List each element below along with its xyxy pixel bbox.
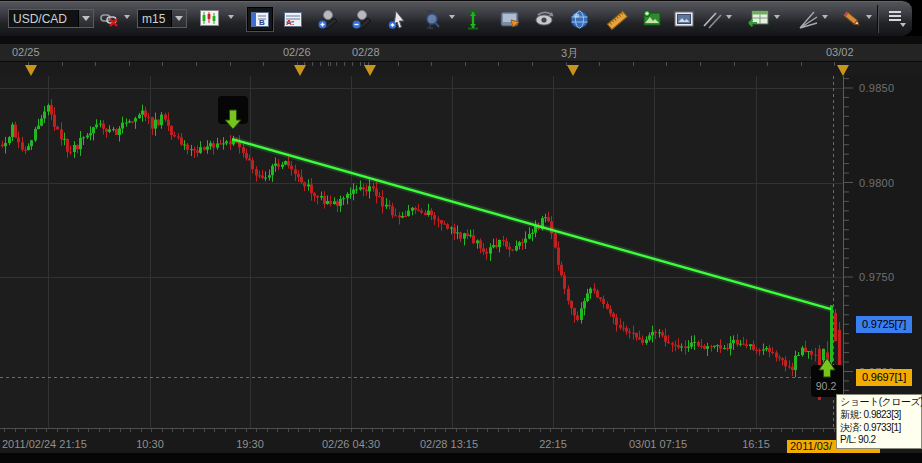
price-axis-label: 0.9750	[859, 271, 894, 283]
toolbar-gap	[0, 36, 922, 44]
symbol-select[interactable]: USD/CAD	[8, 9, 94, 28]
time-axis-label: 22:15	[539, 438, 567, 450]
parallel-lines-caret[interactable]	[726, 15, 732, 19]
order-list-caret[interactable]	[774, 15, 780, 19]
session-ruler	[0, 61, 922, 76]
zoom-range-caret[interactable]	[449, 15, 455, 19]
link-chart-caret[interactable]	[124, 15, 130, 19]
price-axis[interactable]: 0.98500.98000.97500.97000.9725[7]0.9697[…	[843, 76, 922, 428]
pointer-select-icon[interactable]	[388, 10, 408, 29]
time-axis-label: 2011/02/24 21:15	[2, 438, 87, 450]
symbol-select-caret[interactable]	[78, 10, 93, 27]
measure-vertical-icon[interactable]	[466, 10, 480, 30]
trade-tooltip-close: 決済: 0.9733[1]	[840, 422, 918, 435]
time-axis-label: 10:30	[136, 438, 164, 450]
position-price-badge: 0.9725[7]	[856, 316, 912, 333]
trend-line	[232, 139, 831, 309]
time-axis-label: 16:15	[742, 438, 770, 450]
grid-lines	[0, 76, 843, 428]
candlestick-chart: 90.2	[0, 76, 843, 428]
web-globe-icon[interactable]	[570, 10, 589, 29]
time-axis-label: 03/01 07:15	[629, 438, 687, 450]
date-label: 02/25	[12, 46, 40, 58]
ask-rate-panel-icon: A:	[284, 12, 302, 27]
add-image-icon[interactable]	[642, 10, 662, 28]
date-label: 02/28	[352, 46, 380, 58]
visibility-icon[interactable]	[534, 10, 556, 27]
svg-text:A:: A:	[286, 18, 294, 27]
fan-lines-caret[interactable]	[822, 15, 828, 19]
add-position-icon[interactable]	[318, 10, 342, 29]
parallel-lines-tool-icon[interactable]	[702, 10, 722, 29]
trading-app-window: USD/CAD m15 B	[0, 0, 922, 463]
day-start-marker	[567, 65, 579, 76]
day-start-marker	[294, 65, 306, 76]
price-axis-label: 0.9850	[859, 82, 894, 94]
price-axis-label: 0.9800	[859, 177, 894, 189]
bid-rate-panel-button[interactable]: B	[247, 7, 273, 31]
entry-marker	[218, 96, 248, 129]
link-chart-icon[interactable]	[100, 10, 120, 28]
trade-tooltip-pl: P/L: 90.2	[840, 434, 918, 447]
symbol-value: USD/CAD	[9, 12, 78, 26]
chart-type-caret[interactable]	[228, 15, 234, 19]
timeframe-select[interactable]: m15	[137, 9, 187, 28]
timeframe-select-caret[interactable]	[171, 10, 186, 27]
timeframe-value: m15	[138, 12, 171, 26]
chart-type-icon[interactable]	[200, 10, 219, 26]
date-band: 02/2502/2602/283月03/02	[0, 44, 922, 61]
zoom-range-icon[interactable]	[422, 10, 440, 29]
date-label: 03/02	[826, 46, 854, 58]
toolbar-separator	[877, 5, 878, 33]
time-axis-label: 19:30	[236, 438, 264, 450]
trade-tooltip-open: 新規: 0.9823[3]	[840, 409, 918, 422]
candles	[1, 99, 841, 399]
current-price-badge: 0.9697[1]	[856, 369, 912, 386]
window-bottom-edge	[0, 453, 922, 463]
draw-pencil-caret[interactable]	[866, 15, 872, 19]
toolbar-menu-caret	[900, 23, 906, 27]
time-axis[interactable]: 2011/03/ 2011/02/24 21:1510:3019:3002/26…	[0, 428, 922, 453]
trade-tooltip: ショート(クローズ) 新規: 0.9823[3] 決済: 0.9733[1] P…	[836, 394, 922, 449]
date-label: 02/26	[283, 46, 311, 58]
crosshair	[0, 76, 843, 428]
ask-rate-panel-button[interactable]: A:	[280, 7, 306, 31]
time-axis-label: 02/28 13:15	[420, 438, 478, 450]
draw-pencil-icon[interactable]	[842, 10, 862, 29]
main-toolbar: USD/CAD m15 B	[0, 0, 912, 36]
frame-image-icon[interactable]	[674, 10, 694, 28]
day-start-marker	[25, 65, 37, 76]
day-start-marker	[837, 65, 849, 76]
order-list-icon[interactable]	[748, 10, 769, 28]
date-label: 3月	[561, 46, 578, 61]
remove-position-icon[interactable]	[352, 10, 376, 29]
toolbar-menu-button[interactable]	[883, 7, 907, 31]
day-start-marker	[364, 65, 376, 76]
fan-lines-tool-icon[interactable]	[798, 10, 818, 29]
time-axis-label: 02/26 04:30	[322, 438, 380, 450]
chart-plot-area[interactable]: 90.2	[0, 76, 843, 428]
ruler-icon[interactable]	[606, 10, 628, 30]
trade-tooltip-title: ショート(クローズ)	[840, 396, 918, 409]
screenshot-icon[interactable]	[500, 10, 520, 28]
svg-text:B: B	[259, 18, 265, 27]
exit-pl-label: 90.2	[816, 380, 837, 392]
bid-rate-panel-icon: B	[251, 12, 269, 27]
